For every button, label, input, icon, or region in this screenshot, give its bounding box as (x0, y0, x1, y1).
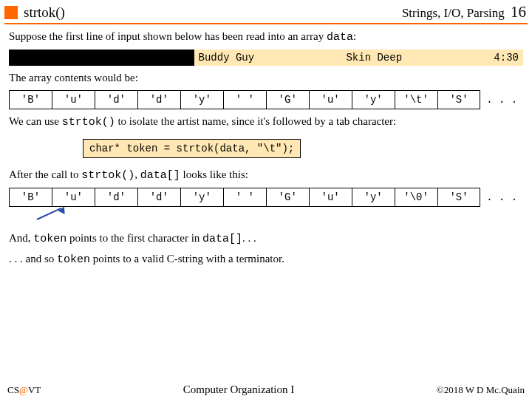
cell: 'u' (52, 188, 95, 207)
text: . . . (242, 232, 256, 244)
tail-text-2: . . . and so token points to a valid C-s… (9, 251, 523, 267)
slide-footer: CS@VT Computer Organization I ©2018 W D … (0, 383, 532, 396)
page-number: 16 (511, 3, 526, 21)
input-sample-box: Buddy Guy Skin Deep 4:30 (9, 50, 523, 66)
input-col1: Buddy Guy (199, 52, 255, 64)
slide-content: Suppose the first line of input shown be… (0, 29, 532, 268)
array-before: 'B' 'u' 'd' 'd' 'y' ' ' 'G' 'u' 'y' '\t'… (9, 90, 523, 109)
cell: 'y' (352, 90, 395, 109)
text: , (134, 168, 140, 180)
text: VT (28, 384, 41, 395)
text: CS (7, 384, 19, 395)
code-inline: strtok() (62, 116, 115, 129)
cell: 'd' (137, 90, 180, 109)
input-sample: Buddy Guy Skin Deep 4:30 (194, 50, 523, 66)
header-right: Strings, I/O, Parsing 16 (402, 3, 526, 21)
cell: 'u' (309, 90, 352, 109)
text: looks like this: (180, 168, 248, 180)
cell: 'd' (95, 90, 137, 109)
header-divider (4, 23, 528, 24)
section-label: Strings, I/O, Parsing (402, 6, 505, 20)
input-col3: 4:30 (494, 52, 519, 64)
text: points to the first character in (66, 232, 202, 244)
cell: 'd' (95, 188, 137, 207)
token-arrow (9, 211, 523, 226)
cell: '\t' (395, 90, 437, 109)
text: We can use (9, 115, 62, 127)
cell: 'd' (137, 188, 180, 207)
code-inline: data[] (140, 169, 180, 182)
text: to isolate the artist name, since it's f… (115, 115, 397, 127)
use-text: We can use strtok() to isolate the artis… (9, 114, 523, 130)
header-left: strtok() (4, 4, 65, 21)
cell: 'y' (352, 188, 395, 207)
input-col2: Skin Deep (346, 52, 402, 64)
code-block: char* token = strtok(data, "\t"); (83, 139, 301, 158)
code-inline: token (33, 233, 66, 245)
at-icon: @ (19, 384, 28, 395)
cell: 'u' (52, 90, 95, 109)
cell: 'G' (266, 188, 309, 207)
cell: '\0' (395, 188, 437, 207)
array-after: 'B' 'u' 'd' 'd' 'y' ' ' 'G' 'u' 'y' '\0'… (9, 188, 523, 207)
cell: 'u' (309, 188, 352, 207)
intro-text: Suppose the first line of input shown be… (9, 29, 523, 45)
cell: ' ' (223, 188, 266, 207)
footer-left: CS@VT (7, 384, 41, 396)
cell: 'G' (266, 90, 309, 109)
array-note: The array contents would be: (9, 70, 523, 85)
text: And, (9, 232, 33, 244)
cell: 'y' (180, 188, 223, 207)
code-inline: data (327, 31, 353, 44)
after-text: After the call to strtok(), data[] looks… (9, 167, 523, 183)
text: : (353, 30, 356, 42)
cell: 'S' (437, 90, 480, 109)
code-inline: token (57, 253, 90, 266)
cell: 'B' (10, 90, 52, 109)
arrow-icon (37, 208, 66, 223)
slide-header: strtok() Strings, I/O, Parsing 16 (0, 0, 532, 23)
text: After the call to (9, 168, 81, 180)
cell: ' ' (223, 90, 266, 109)
footer-right: ©2018 W D Mc.Quain (437, 384, 525, 396)
text: Suppose the first line of input shown be… (9, 30, 327, 42)
logo-square (4, 6, 18, 19)
tail-text-1: And, token points to the first character… (9, 231, 523, 247)
text: points to a valid C-string with a termin… (90, 253, 284, 265)
cell-ellipsis: . . . (480, 90, 523, 109)
cell-ellipsis: . . . (480, 188, 523, 207)
cell: 'B' (10, 188, 52, 207)
footer-center: Computer Organization I (183, 383, 295, 396)
cell: 'y' (180, 90, 223, 109)
code-inline: strtok() (81, 169, 134, 182)
code-block-wrap: char* token = strtok(data, "\t"); (9, 134, 523, 163)
cell: 'S' (437, 188, 480, 207)
code-inline: data[] (202, 233, 242, 245)
text: . . . and so (9, 253, 57, 265)
slide-title: strtok() (24, 4, 65, 21)
